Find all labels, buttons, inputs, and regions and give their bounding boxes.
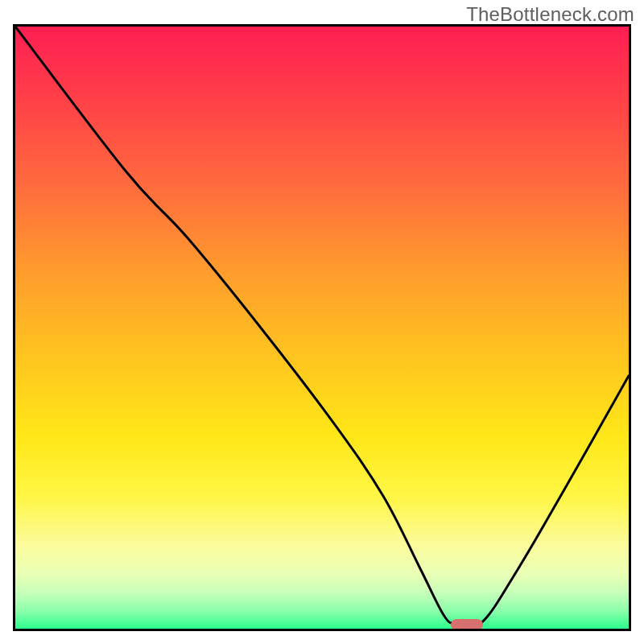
optimum-marker — [451, 619, 483, 630]
plot-area — [13, 24, 631, 631]
chart-container: TheBottleneck.com — [0, 0, 644, 644]
watermark-text: TheBottleneck.com — [466, 3, 634, 26]
gradient-background — [15, 27, 629, 629]
